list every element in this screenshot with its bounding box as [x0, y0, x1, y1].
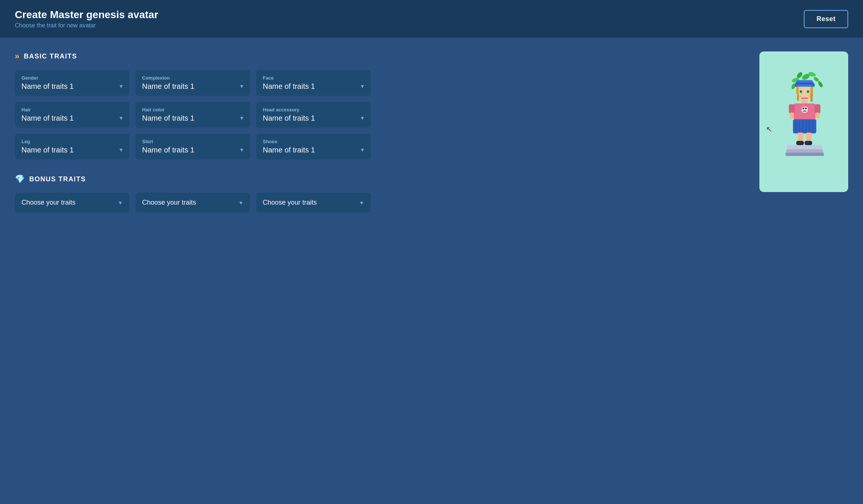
complexion-value: Name of traits 1 [142, 82, 244, 91]
basic-traits-header: » BASIC TRAITS [15, 51, 748, 61]
svg-rect-15 [800, 91, 801, 92]
traits-row-2: Hair Name of traits 1 ▼ Hair color Name … [15, 102, 748, 128]
svg-rect-42 [812, 121, 813, 133]
svg-rect-43 [798, 132, 803, 142]
bonus-value-1: Choose your traits [21, 199, 75, 206]
head-accessory-value: Name of traits 1 [263, 114, 364, 122]
hair-arrow-icon: ▼ [118, 115, 124, 121]
svg-rect-30 [804, 111, 805, 112]
page-title: Create Master genesis avatar [15, 9, 158, 21]
complexion-label: Complexion [142, 75, 244, 81]
hair-label: Hair [21, 107, 123, 112]
avatar-preview: ↖ [759, 51, 848, 192]
shoes-arrow-icon: ▼ [360, 147, 365, 153]
svg-rect-27 [803, 108, 805, 110]
bonus-traits-icon: 💎 [15, 174, 25, 184]
bonus-traits-section: 💎 BONUS TRAITS Choose your traits ▼ Choo… [15, 174, 748, 212]
svg-rect-33 [815, 104, 820, 114]
bonus-arrow-2-icon: ▼ [238, 200, 244, 206]
svg-rect-31 [806, 111, 806, 112]
page-subtitle: Choose the trait for new avatar [15, 22, 158, 29]
bonus-dropdown-2[interactable]: Choose your traits ▼ [135, 193, 250, 212]
bonus-traits-title: BONUS TRAITS [29, 175, 86, 183]
svg-rect-23 [810, 94, 813, 102]
svg-rect-40 [806, 121, 807, 133]
svg-rect-37 [796, 121, 797, 133]
face-value: Name of traits 1 [263, 82, 364, 91]
leg-arrow-icon: ▼ [118, 147, 124, 153]
shirt-dropdown[interactable]: Shirt Name of traits 1 ▼ [135, 134, 250, 159]
svg-rect-34 [790, 112, 794, 118]
reset-button[interactable]: Reset [804, 10, 848, 28]
shirt-label: Shirt [142, 139, 244, 144]
svg-rect-28 [805, 108, 807, 110]
svg-point-5 [817, 81, 824, 88]
header-text-block: Create Master genesis avatar Choose the … [15, 9, 158, 29]
main-content: » BASIC TRAITS Gender Name of traits 1 ▼… [0, 38, 863, 504]
cursor-indicator: ↖ [766, 125, 772, 134]
svg-rect-44 [806, 132, 812, 142]
shoes-label: Shoes [263, 139, 364, 144]
basic-traits-section: » BASIC TRAITS Gender Name of traits 1 ▼… [15, 51, 748, 159]
gender-dropdown[interactable]: Gender Name of traits 1 ▼ [15, 70, 130, 96]
svg-rect-24 [802, 100, 807, 104]
svg-rect-22 [797, 94, 799, 101]
bonus-traits-grid: Choose your traits ▼ Choose your traits … [15, 193, 748, 212]
traits-row-1: Gender Name of traits 1 ▼ Complexion Nam… [15, 70, 748, 96]
hair-color-value: Name of traits 1 [142, 114, 244, 122]
shirt-value: Name of traits 1 [142, 146, 244, 154]
svg-rect-9 [796, 83, 814, 84]
svg-rect-16 [807, 91, 808, 92]
svg-rect-35 [816, 112, 820, 118]
svg-rect-41 [809, 121, 810, 133]
complexion-dropdown[interactable]: Complexion Name of traits 1 ▼ [135, 70, 250, 96]
gender-label: Gender [21, 75, 123, 81]
avatar-svg [770, 70, 837, 174]
leg-label: Leg [21, 139, 123, 144]
bonus-value-2: Choose your traits [142, 199, 196, 206]
face-dropdown[interactable]: Face Name of traits 1 ▼ [256, 70, 371, 96]
face-arrow-icon: ▼ [360, 83, 365, 89]
svg-rect-32 [789, 104, 795, 114]
complexion-arrow-icon: ▼ [239, 83, 244, 89]
leg-dropdown[interactable]: Leg Name of traits 1 ▼ [15, 134, 130, 159]
svg-rect-38 [799, 121, 800, 133]
gender-arrow-icon: ▼ [118, 83, 124, 89]
hair-color-label: Hair color [142, 107, 244, 112]
content-area: » BASIC TRAITS Gender Name of traits 1 ▼… [15, 51, 848, 227]
face-label: Face [263, 75, 364, 81]
basic-traits-icon: » [15, 51, 19, 61]
bonus-value-3: Choose your traits [263, 199, 317, 206]
svg-rect-17 [801, 98, 808, 99]
leg-value: Name of traits 1 [21, 146, 123, 154]
shirt-arrow-icon: ▼ [239, 147, 244, 153]
traits-row-3: Leg Name of traits 1 ▼ Shirt Name of tra… [15, 134, 748, 159]
svg-point-3 [813, 76, 820, 83]
svg-rect-47 [797, 142, 801, 144]
svg-rect-29 [803, 111, 804, 112]
shoes-dropdown[interactable]: Shoes Name of traits 1 ▼ [256, 134, 371, 159]
traits-section: » BASIC TRAITS Gender Name of traits 1 ▼… [15, 51, 748, 227]
bonus-arrow-1-icon: ▼ [118, 200, 123, 206]
svg-rect-48 [806, 142, 810, 144]
hair-value: Name of traits 1 [21, 114, 123, 122]
bonus-traits-header: 💎 BONUS TRAITS [15, 174, 748, 184]
bonus-dropdown-3[interactable]: Choose your traits ▼ [256, 193, 371, 212]
head-accessory-label: Head accessory [263, 107, 364, 112]
gender-value: Name of traits 1 [21, 82, 123, 91]
hair-color-arrow-icon: ▼ [239, 115, 244, 121]
svg-rect-39 [802, 121, 803, 133]
svg-rect-20 [796, 87, 799, 94]
head-accessory-dropdown[interactable]: Head accessory Name of traits 1 ▼ [256, 102, 371, 128]
shoes-value: Name of traits 1 [263, 146, 364, 154]
svg-rect-52 [787, 154, 824, 156]
page-header: Create Master genesis avatar Choose the … [0, 0, 863, 38]
basic-traits-title: BASIC TRAITS [24, 53, 77, 60]
hair-dropdown[interactable]: Hair Name of traits 1 ▼ [15, 102, 130, 128]
bonus-arrow-3-icon: ▼ [359, 200, 364, 206]
hair-color-dropdown[interactable]: Hair color Name of traits 1 ▼ [135, 102, 250, 128]
bonus-dropdown-1[interactable]: Choose your traits ▼ [15, 193, 130, 212]
head-accessory-arrow-icon: ▼ [360, 115, 365, 121]
